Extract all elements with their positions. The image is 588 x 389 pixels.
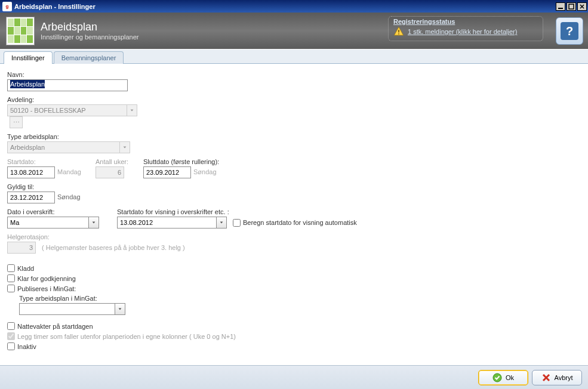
nattevakter-checkbox[interactable] (7, 322, 15, 330)
helgerotasjon-input (7, 242, 36, 254)
avdeling-dropdown-icon (127, 104, 137, 116)
page-title: Arbeidsplan (41, 21, 139, 33)
sluttdato-label: Sluttdato (første rullering): (143, 158, 219, 165)
cancel-icon (541, 373, 551, 382)
svg-rect-0 (558, 8, 563, 9)
sluttdato-input[interactable] (143, 166, 191, 178)
antall-uker-label: Antall uker: (96, 158, 133, 165)
helgerotasjon-hint: ( Helgemønster baseres på å jobbe hver 3… (42, 244, 185, 251)
gyldig-label: Gyldig til: (7, 183, 581, 190)
startdato-visning-select[interactable] (117, 217, 216, 229)
avdeling-label: Avdeling: (7, 96, 581, 103)
dialog-footer: Ok Avbryt (0, 365, 588, 389)
legg-timer-checkbox (7, 332, 15, 340)
close-button[interactable] (577, 2, 587, 11)
help-icon: ? (561, 22, 578, 40)
window-title: Arbeidsplan - Innstillinger (14, 3, 96, 10)
inaktiv-checkbox[interactable] (7, 342, 15, 350)
kladd-label: Kladd (17, 265, 34, 272)
svg-rect-1 (569, 4, 574, 9)
tabs: Innstillinger Bemanningsplaner (0, 50, 588, 64)
maximize-button[interactable] (567, 2, 576, 11)
module-icon (6, 17, 35, 45)
navn-label: Navn: (7, 71, 581, 78)
tab-bemanningsplaner[interactable]: Bemanningsplaner (54, 51, 124, 64)
type-mingat-label: Type arbeidsplan i MinGat: (19, 295, 581, 302)
dato-overskrift-label: Dato i overskrift: (7, 208, 99, 215)
beregn-checkbox[interactable] (233, 219, 241, 227)
type-arbeidsplan-dropdown-icon (119, 141, 130, 153)
sluttdato-day: Søndag (193, 168, 217, 177)
navn-input[interactable]: Arbeidsplan (7, 79, 128, 91)
avdeling-select (7, 104, 127, 116)
type-mingat-dropdown-icon[interactable] (115, 303, 125, 315)
ok-label: Ok (506, 374, 514, 381)
type-arbeidsplan-select (7, 141, 119, 153)
helgerotasjon-label: Helgerotasjon: (7, 233, 581, 240)
beregn-label: Beregn startdato for visning automatisk (243, 219, 357, 226)
publiseres-label: Publiseres i MinGat: (17, 285, 76, 292)
warning-icon (393, 26, 404, 37)
ok-button[interactable]: Ok (478, 370, 528, 385)
title-bar: g Arbeidsplan - Innstillinger (0, 0, 588, 13)
nattevakter-label: Nattevakter på startdagen (17, 323, 93, 330)
page-subtitle: Innstillinger og bemanningsplaner (41, 33, 139, 41)
svg-rect-3 (398, 33, 399, 35)
avbryt-button[interactable]: Avbryt (532, 370, 582, 385)
legg-timer-label: Legg timer som faller utenfor planperiod… (17, 333, 236, 340)
startdato-visning-label: Startdato for visning i overskrifter etc… (117, 208, 357, 215)
settings-form: Navn: Arbeidsplan Avdeling: ⋯ Type arbei… (0, 64, 588, 360)
app-icon: g (2, 2, 12, 11)
startdato-day: Mandag (57, 168, 81, 177)
registration-status-link[interactable]: 1 stk. meldinger (klikk her for detaljer… (408, 28, 517, 35)
startdato-input[interactable] (7, 166, 55, 178)
klar-label: Klar for godkjenning (17, 275, 76, 282)
startdato-visning-dropdown-icon[interactable] (216, 217, 227, 229)
inaktiv-label: Inaktiv (17, 343, 36, 350)
help-button[interactable]: ? (556, 17, 583, 45)
avdeling-browse-button: ⋯ (10, 116, 23, 128)
ok-icon (492, 373, 502, 382)
dato-overskrift-select[interactable] (7, 217, 88, 229)
registration-status-title: Registreringsstatus (393, 18, 538, 25)
kladd-checkbox[interactable] (7, 264, 15, 272)
dato-overskrift-dropdown-icon[interactable] (88, 217, 99, 229)
header-banner: Arbeidsplan Innstillinger og bemanningsp… (0, 13, 588, 49)
registration-status-panel: Registreringsstatus 1 stk. meldinger (kl… (388, 16, 543, 41)
type-mingat-select[interactable] (19, 303, 115, 315)
type-arbeidsplan-label: Type arbeidsplan: (7, 133, 581, 140)
gyldig-input[interactable] (7, 192, 55, 203)
tab-innstillinger[interactable]: Innstillinger (4, 51, 53, 64)
publiseres-checkbox[interactable] (7, 285, 15, 292)
startdato-label: Startdato: (7, 158, 85, 165)
minimize-button[interactable] (556, 2, 565, 11)
gyldig-day: Søndag (57, 193, 81, 202)
klar-checkbox[interactable] (7, 274, 15, 282)
antall-uker-input (96, 166, 124, 178)
avbryt-label: Avbryt (555, 374, 573, 381)
svg-rect-2 (398, 30, 399, 33)
